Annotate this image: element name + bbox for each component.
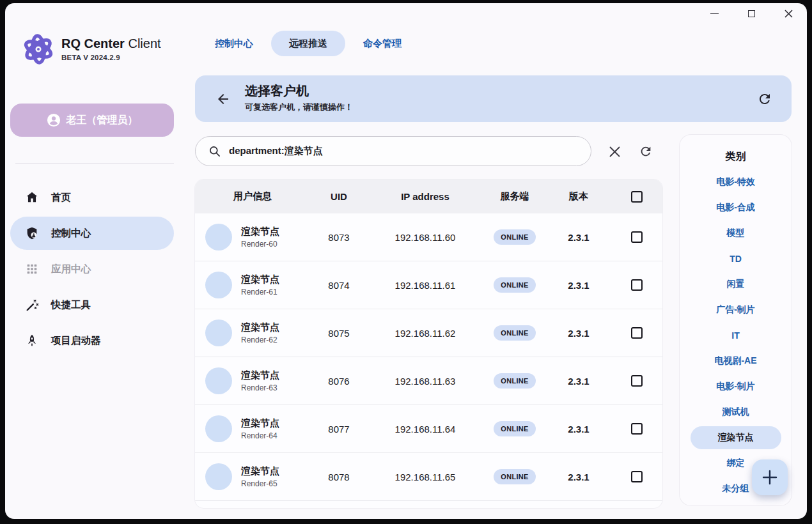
table-row[interactable]: 渲染节点 Render-61 8074 192.168.11.61 ONLINE…	[195, 261, 662, 309]
search-input[interactable]	[229, 137, 591, 166]
client-avatar	[205, 367, 232, 394]
app-title: RQ Center Client	[61, 36, 161, 51]
refresh-icon	[757, 91, 772, 107]
tab-control-center[interactable]: 控制中心	[205, 31, 263, 56]
page-header: 选择客户机 可复选客户机，请谨慎操作！	[195, 75, 792, 122]
client-name: 渲染节点	[241, 274, 279, 286]
client-version: 2.3.1	[547, 424, 611, 435]
category-item[interactable]: 闲置	[691, 272, 781, 297]
page-title: 选择客户机	[245, 82, 309, 100]
sidebar-item-app-center: 应用中心	[10, 252, 174, 286]
row-checkbox[interactable]	[631, 231, 643, 243]
maximize-button[interactable]	[740, 6, 762, 21]
category-item[interactable]: TD	[691, 246, 781, 272]
category-item[interactable]: 电影-合成	[691, 195, 781, 220]
client-name: 渲染节点	[241, 321, 279, 334]
client-hostname: Render-64	[241, 431, 279, 440]
minimize-icon	[710, 13, 719, 14]
category-item[interactable]: 电影-特效	[691, 169, 781, 195]
tab-command-management[interactable]: 命令管理	[353, 31, 412, 56]
minimize-button[interactable]	[703, 6, 725, 21]
status-badge: ONLINE	[494, 469, 535, 484]
sidebar-item-project-launcher[interactable]: 项目启动器	[10, 324, 174, 357]
column-header: 服务端	[483, 190, 547, 203]
category-list: 电影-特效电影-合成模型TD闲置广告-制片IT电视剧-AE电影-制片测试机渲染节…	[680, 169, 792, 502]
window-controls	[703, 6, 799, 21]
app-title-block: RQ Center Client BETA V 2024.2.9	[61, 36, 161, 61]
table-row[interactable]: 渲染节点 Render-60 8073 192.168.11.60 ONLINE…	[195, 213, 662, 261]
tab-remote-push[interactable]: 远程推送	[271, 31, 345, 56]
sidebar-divider	[15, 163, 174, 164]
client-version: 2.3.1	[547, 472, 611, 482]
category-item[interactable]: 广告-制片	[691, 297, 781, 323]
client-hostname: Render-62	[241, 335, 279, 344]
select-all-cell	[611, 191, 662, 203]
client-hostname: Render-65	[241, 479, 279, 488]
client-avatar	[205, 415, 232, 442]
category-item[interactable]: 电影-制片	[691, 374, 781, 399]
category-item[interactable]: 电视剧-AE	[691, 348, 781, 374]
category-panel: 类别 电影-特效电影-合成模型TD闲置广告-制片IT电视剧-AE电影-制片测试机…	[680, 135, 792, 505]
category-item[interactable]: 渲染节点	[691, 426, 781, 449]
table-row[interactable]: 渲染节点 Render-65 8078 192.168.11.65 ONLINE…	[195, 453, 662, 501]
search-clear-button[interactable]	[607, 144, 622, 159]
row-checkbox[interactable]	[631, 327, 643, 339]
row-checkbox[interactable]	[631, 471, 643, 482]
category-item[interactable]: 测试机	[691, 399, 781, 425]
status-badge: ONLINE	[494, 229, 535, 245]
refresh-icon	[639, 144, 653, 158]
back-button[interactable]	[214, 90, 232, 108]
client-avatar	[205, 224, 232, 250]
magic-wand-icon	[24, 297, 40, 312]
client-version: 2.3.1	[547, 232, 611, 243]
client-ip: 192.168.11.65	[368, 472, 483, 482]
atom-logo-icon	[18, 29, 59, 70]
client-avatar	[205, 463, 232, 490]
table-header-row: 用户信息UIDIP address服务端版本	[195, 180, 662, 213]
table-row[interactable]: 渲染节点 Render-64 8077 192.168.11.64 ONLINE…	[195, 405, 662, 453]
column-header: 版本	[547, 190, 611, 203]
sidebar-item-quick-tools[interactable]: 快捷工具	[10, 288, 174, 321]
sidebar-item-control-center[interactable]: 控制中心	[10, 217, 174, 250]
header-refresh-button[interactable]	[756, 90, 774, 108]
client-ip: 192.168.11.64	[368, 424, 483, 435]
column-header: 用户信息	[195, 190, 310, 203]
sidebar-item-label: 首页	[51, 191, 71, 204]
row-checkbox[interactable]	[631, 375, 643, 387]
client-uid: 8077	[310, 424, 368, 435]
status-badge: ONLINE	[494, 421, 535, 436]
select-all-checkbox[interactable]	[631, 191, 643, 203]
arrow-back-icon	[215, 91, 231, 107]
client-version: 2.3.1	[547, 328, 611, 339]
close-button[interactable]	[777, 6, 799, 21]
sidebar-item-label: 快捷工具	[51, 298, 91, 312]
top-tabs: 控制中心远程推送命令管理	[205, 31, 412, 56]
page-subtitle: 可复选客户机，请谨慎操作！	[245, 102, 353, 113]
client-version: 2.3.1	[547, 376, 611, 387]
user-name-label: 老王（管理员）	[66, 114, 138, 127]
client-name: 渲染节点	[241, 465, 279, 477]
user-avatar-icon	[47, 113, 61, 127]
table-row[interactable]: 渲染节点 Render-62 8075 192.168.11.62 ONLINE…	[195, 309, 662, 357]
client-uid: 8078	[310, 472, 368, 482]
status-badge: ONLINE	[494, 373, 535, 389]
apps-grid-icon	[24, 261, 40, 277]
row-checkbox[interactable]	[631, 279, 643, 291]
search-icon	[208, 145, 221, 158]
user-badge[interactable]: 老王（管理员）	[10, 104, 174, 137]
category-item[interactable]: 模型	[691, 220, 781, 246]
client-table: 用户信息UIDIP address服务端版本 渲染节点 Render-60 80…	[195, 180, 662, 508]
plus-icon	[761, 469, 778, 486]
category-item[interactable]: IT	[691, 323, 781, 348]
admin-shield-icon	[24, 226, 40, 241]
row-checkbox[interactable]	[631, 423, 643, 435]
client-avatar	[205, 272, 232, 298]
table-row[interactable]: 渲染节点 Render-63 8076 192.168.11.63 ONLINE…	[195, 357, 662, 405]
sidebar-item-home[interactable]: 首页	[10, 181, 174, 214]
app-version: BETA V 2024.2.9	[61, 54, 161, 61]
client-name: 渲染节点	[241, 417, 279, 429]
search-refresh-button[interactable]	[638, 144, 653, 159]
add-category-button[interactable]	[752, 459, 788, 495]
client-version: 2.3.1	[547, 280, 611, 291]
client-avatar	[205, 320, 232, 346]
